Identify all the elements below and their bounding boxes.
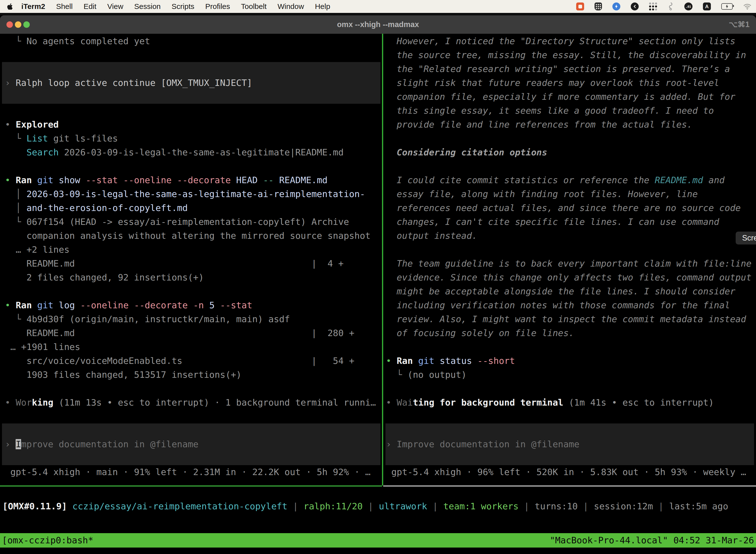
terminal-line xyxy=(5,451,387,465)
terminal-line: README.md | 4 + xyxy=(5,257,387,271)
terminal-line xyxy=(386,131,756,146)
terminal-line xyxy=(5,62,387,76)
grid-shield-icon[interactable] xyxy=(594,2,602,10)
terminal-line: › Improve documentation in @filename xyxy=(386,437,756,451)
terminal-line: However, I noticed the "Directory Struct… xyxy=(386,34,756,48)
terminal-line: └ No agents completed yet xyxy=(5,34,387,48)
terminal-line xyxy=(5,424,387,437)
terminal-line: │ 2026-03-09-is-legal-the-same-as-legiti… xyxy=(5,187,387,201)
terminal-line: the "Related research writing" section i… xyxy=(386,62,756,76)
pane-divider-horizontal-left[interactable] xyxy=(0,486,382,487)
terminal-line: output instead. xyxy=(386,229,756,243)
omx-status-segment: | xyxy=(427,501,443,511)
terminal-line: evidence. Since this change only affects… xyxy=(386,271,756,284)
window-title-bar[interactable]: omx --xhigh --madmax ⌥⌘1 xyxy=(0,15,756,34)
omx-status-segment: | xyxy=(363,501,379,511)
menu-items: iTerm2ShellEditViewSessionScriptsProfile… xyxy=(21,2,330,11)
wifi-icon[interactable] xyxy=(743,3,752,10)
hook-icon[interactable] xyxy=(668,2,674,11)
chat-app-icon[interactable] xyxy=(576,2,584,10)
omx-status-segment: ultrawork xyxy=(379,501,427,511)
tmux-status-bar: [omx-cczip0:bash* "MacBook-Pro-44.local"… xyxy=(0,533,756,548)
menu-item-session[interactable]: Session xyxy=(134,2,161,11)
omx-status-segment: session:12m xyxy=(594,501,653,511)
terminal-line: including verification notes with those … xyxy=(386,298,756,312)
terminal-line xyxy=(386,424,756,437)
menu-item-iterm2[interactable]: iTerm2 xyxy=(21,2,45,11)
text-cursor: I xyxy=(16,439,21,449)
terminal-line: companion file, especially if more comme… xyxy=(386,90,756,104)
pane-divider-horizontal-right[interactable] xyxy=(383,486,756,487)
terminal-line xyxy=(5,90,387,104)
terminal-line: Search 2026-03-09-is-legal-the-same-as-l… xyxy=(5,146,387,159)
omx-status-segment: | xyxy=(653,501,669,511)
menu-item-toolbelt[interactable]: Toolbelt xyxy=(241,2,267,11)
blue-badge-icon[interactable] xyxy=(612,2,620,10)
omx-status-segment: ralph:11/20 xyxy=(304,501,363,511)
terminal-line: the source tree, missing the essay. Stil… xyxy=(386,48,756,62)
terminal-line: The team guideline is to back every impo… xyxy=(386,257,756,271)
terminal-line: README.md | 280 + xyxy=(5,326,387,340)
dots-grid-icon[interactable] xyxy=(649,2,657,10)
terminal-line: • Waiting for background terminal (1m 41… xyxy=(386,396,756,409)
menu-item-view[interactable]: View xyxy=(107,2,123,11)
omx-status-segment: | xyxy=(578,501,594,511)
menu-item-help[interactable]: Help xyxy=(315,2,330,11)
omx-status-segment: cczip/essay/ai-reimplementation-copyleft xyxy=(72,501,288,511)
terminal-line xyxy=(386,382,756,396)
terminal-line xyxy=(5,382,387,396)
screen: { "menubar": { "items": ["iTerm2", "Shel… xyxy=(0,0,756,554)
a-icon[interactable]: A xyxy=(703,2,711,10)
terminal-line xyxy=(5,104,387,118)
terminal-line: gpt-5.4 xhigh · 96% left · 520K in · 5.8… xyxy=(386,465,756,479)
omx-status-segment: [OMX#0.11.9] xyxy=(2,501,72,511)
terminal-line xyxy=(5,159,387,173)
terminal-line: • Ran git show --stat --oneline --decora… xyxy=(5,173,387,187)
tmux-host-clock: "MacBook-Pro-44.local" 04:52 31-Mar-26 xyxy=(550,533,754,548)
terminal-line: Considering citation options xyxy=(386,146,756,159)
menu-item-scripts[interactable]: Scripts xyxy=(172,2,194,11)
omx-status-segment: | xyxy=(288,501,304,511)
omx-status-segment: team:1 workers xyxy=(443,501,518,511)
battery-icon[interactable] xyxy=(721,3,733,10)
terminal-line: might be acceptable alongside the file l… xyxy=(386,284,756,298)
window-title: omx --xhigh --madmax xyxy=(0,15,756,34)
menu-item-profiles[interactable]: Profiles xyxy=(205,2,230,11)
terminal-line: slight risk that future readers may over… xyxy=(386,76,756,90)
pane-divider-vertical[interactable] xyxy=(382,34,383,486)
terminal-line: • Ran git status --short xyxy=(386,354,756,368)
terminal-line: └ (no output) xyxy=(386,368,756,382)
terminal-line: src/voice/voiceModeEnabled.ts | 54 + xyxy=(5,354,387,368)
terminal-line: • Ran git log --oneline --decorate -n 5 … xyxy=(5,298,387,312)
terminal-pane-left[interactable]: └ No agents completed yet› Ralph loop ac… xyxy=(0,34,387,480)
terminal-line: companion analysis without altering the … xyxy=(5,229,387,243)
terminal-line: └ 067f154 (HEAD -> essay/ai-reimplementa… xyxy=(5,215,387,229)
omx-status-segment: | xyxy=(519,501,535,511)
terminal-line: • Working (11m 13s • esc to interrupt) ·… xyxy=(5,396,387,409)
terminal-pane-right[interactable]: However, I noticed the "Directory Struct… xyxy=(383,34,756,480)
screen-overlay-chip[interactable]: Scre xyxy=(736,232,756,244)
status-icons: ..61A xyxy=(576,2,752,11)
terminal-line xyxy=(5,409,387,424)
terminal-line: of focusing solely on file lines. xyxy=(386,326,756,340)
window-shortcut-badge: ⌥⌘1 xyxy=(729,15,750,34)
terminal-line: └ 4b9d30f (origin/main, instructkr/main,… xyxy=(5,312,387,326)
tmux-session-label: [omx-cczip0:bash* xyxy=(2,533,93,548)
terminal-line xyxy=(386,340,756,354)
terminal-line xyxy=(386,243,756,257)
menu-item-shell[interactable]: Shell xyxy=(56,2,73,11)
terminal-line: provide file and line references from th… xyxy=(386,118,756,131)
terminal-line: › Improve documentation in @filename xyxy=(5,437,387,451)
desktop-gap xyxy=(0,13,756,15)
menu-item-window[interactable]: Window xyxy=(277,2,304,11)
dark-circle-icon[interactable] xyxy=(631,2,639,10)
menu-item-edit[interactable]: Edit xyxy=(83,2,97,11)
terminal-line xyxy=(5,48,387,62)
badge-61-icon[interactable]: ..61 xyxy=(684,2,693,10)
terminal-line: … +2 lines xyxy=(5,243,387,257)
terminal-line: • Explored xyxy=(5,118,387,131)
terminal-line: … +1901 lines xyxy=(5,340,387,354)
terminal-line: references need actual files, and since … xyxy=(386,201,756,215)
apple-menu-icon[interactable] xyxy=(7,3,13,10)
terminal-line: └ List git ls-files xyxy=(5,131,387,146)
